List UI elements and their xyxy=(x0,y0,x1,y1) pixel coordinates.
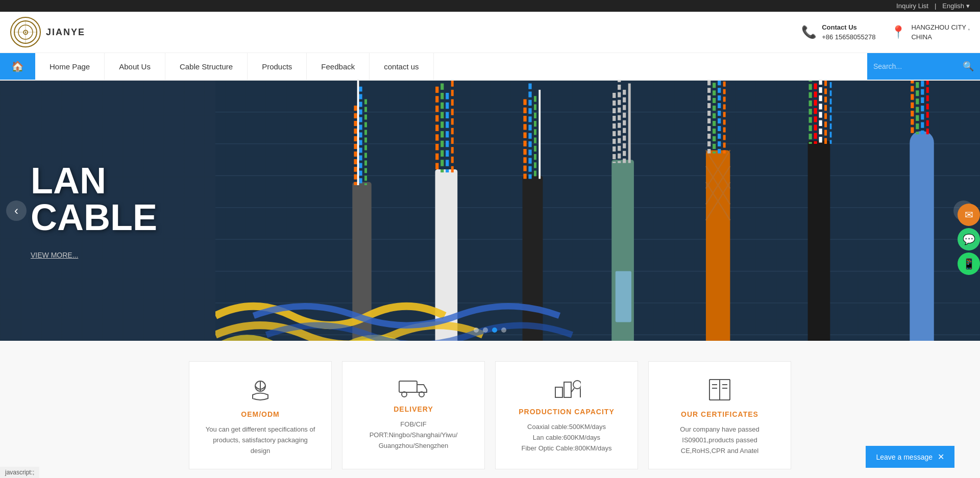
certificates-title: OUR CERTIFICATES xyxy=(664,410,775,418)
contact-block: 📞 Contact Us +86 15658055278 📍 HANGZHOU … xyxy=(801,22,970,42)
svg-rect-31 xyxy=(616,271,631,322)
cable-art xyxy=(215,81,980,341)
nav-item-contact-us[interactable]: contact us xyxy=(370,53,433,80)
svg-rect-53 xyxy=(910,131,934,341)
location-country: CHINA xyxy=(911,32,970,42)
top-separator: | xyxy=(935,2,936,10)
nav-item-feedback[interactable]: Feedback xyxy=(307,53,370,80)
inquiry-list-link[interactable]: Inquiry List xyxy=(896,2,928,10)
production-title: PRODUCTION CAPACITY xyxy=(511,408,622,416)
certificates-desc: Our company have passed IS09001,products… xyxy=(664,424,775,456)
contact-phone: +86 15658055278 xyxy=(822,32,875,42)
svg-rect-64 xyxy=(564,382,571,397)
svg-point-65 xyxy=(573,381,581,389)
svg-rect-63 xyxy=(555,387,562,397)
location-city: HANGZHOU CITY , xyxy=(911,22,970,33)
leave-message-bar: Leave a message ✕ xyxy=(866,446,954,468)
contact-info: Contact Us +86 15658055278 xyxy=(822,22,875,42)
top-bar: Inquiry List | English ▾ xyxy=(0,0,980,12)
delivery-desc: FOB/CIFPORT:Ningbo/Shanghai/Yiwu/Guangzh… xyxy=(358,419,469,451)
float-buttons: ✉ 💬 📱 xyxy=(958,204,980,275)
contact-label: Contact Us xyxy=(822,22,875,33)
hero-text: LAN CABLE VIEW MORE... xyxy=(31,162,157,259)
feature-oemodm: OEM/ODM You can get different specificat… xyxy=(189,361,332,469)
hero-title-line2: CABLE xyxy=(31,199,157,236)
leave-message-label: Leave a message xyxy=(876,453,933,461)
certificates-icon xyxy=(664,377,775,402)
chevron-down-icon: ▾ xyxy=(966,2,970,10)
header: ⊙ JIANYE 📞 Contact Us +86 15658055278 📍 … xyxy=(0,12,980,53)
nav-item-about-us[interactable]: About Us xyxy=(105,53,165,80)
hero-title-line1: LAN xyxy=(31,162,157,199)
location-info: HANGZHOU CITY , CHINA xyxy=(911,22,970,42)
phone-icon: 📞 xyxy=(801,25,817,39)
delivery-icon xyxy=(358,377,469,397)
search-icon[interactable]: 🔍 xyxy=(963,61,974,72)
wechat-float-button[interactable]: 💬 xyxy=(958,228,980,250)
delivery-title: DELIVERY xyxy=(358,405,469,413)
location-icon: 📍 xyxy=(891,25,906,39)
leave-message-close-button[interactable]: ✕ xyxy=(938,452,944,462)
feature-production: PRODUCTION CAPACITY Coaxial cable:500KM/… xyxy=(495,361,638,469)
hero-prev-button[interactable]: ‹ xyxy=(6,200,27,221)
status-bar: javascript:; xyxy=(0,467,39,478)
navbar: 🏠 Home Page About Us Cable Structure Pro… xyxy=(0,53,980,81)
oemodm-title: OEM/ODM xyxy=(205,410,316,418)
svg-rect-47 xyxy=(808,141,830,341)
svg-rect-60 xyxy=(399,381,417,392)
svg-rect-36 xyxy=(706,150,730,341)
hero-viewmore-link[interactable]: VIEW MORE... xyxy=(31,251,157,259)
nav-home-button[interactable]: 🏠 xyxy=(0,53,35,80)
location-contact: 📍 HANGZHOU CITY , CHINA xyxy=(891,22,970,42)
whatsapp-float-button[interactable]: 📱 xyxy=(958,253,980,275)
hero-dot-2[interactable] xyxy=(483,328,488,333)
logo-svg: ⊙ xyxy=(13,19,38,45)
nav-item-cable-structure[interactable]: Cable Structure xyxy=(165,53,248,80)
nav-item-products[interactable]: Products xyxy=(248,53,307,80)
hero-dot-1[interactable] xyxy=(474,328,479,333)
search-input[interactable] xyxy=(873,62,963,70)
production-desc: Coaxial cable:500KM/daysLan cable:600KM/… xyxy=(511,422,622,454)
hero-banner: LAN CABLE VIEW MORE... ‹ › xyxy=(0,81,980,341)
feature-delivery: DELIVERY FOB/CIFPORT:Ningbo/Shanghai/Yiw… xyxy=(342,361,485,469)
svg-rect-5 xyxy=(215,81,980,341)
hero-dot-4[interactable] xyxy=(501,328,506,333)
svg-rect-25 xyxy=(523,175,543,341)
phone-contact: 📞 Contact Us +86 15658055278 xyxy=(801,22,875,42)
oemodm-icon xyxy=(205,377,316,402)
lang-label: English xyxy=(942,2,964,10)
hero-dot-3[interactable] xyxy=(492,328,497,333)
email-float-button[interactable]: ✉ xyxy=(958,204,980,226)
hero-dots xyxy=(474,328,506,333)
nav-items: Home Page About Us Cable Structure Produ… xyxy=(35,53,867,80)
logo-area: ⊙ JIANYE xyxy=(10,17,112,47)
nav-item-home-page[interactable]: Home Page xyxy=(35,53,105,80)
language-selector[interactable]: English ▾ xyxy=(942,2,970,10)
feature-certificates: OUR CERTIFICATES Our company have passed… xyxy=(648,361,791,469)
production-icon xyxy=(511,377,622,400)
logo-text: JIANYE xyxy=(46,27,85,38)
nav-search-bar: 🔍 xyxy=(867,53,980,80)
logo-icon: ⊙ xyxy=(10,17,41,47)
oemodm-desc: You can get different specifications of … xyxy=(205,424,316,456)
features-section: OEM/ODM You can get different specificat… xyxy=(0,341,980,478)
